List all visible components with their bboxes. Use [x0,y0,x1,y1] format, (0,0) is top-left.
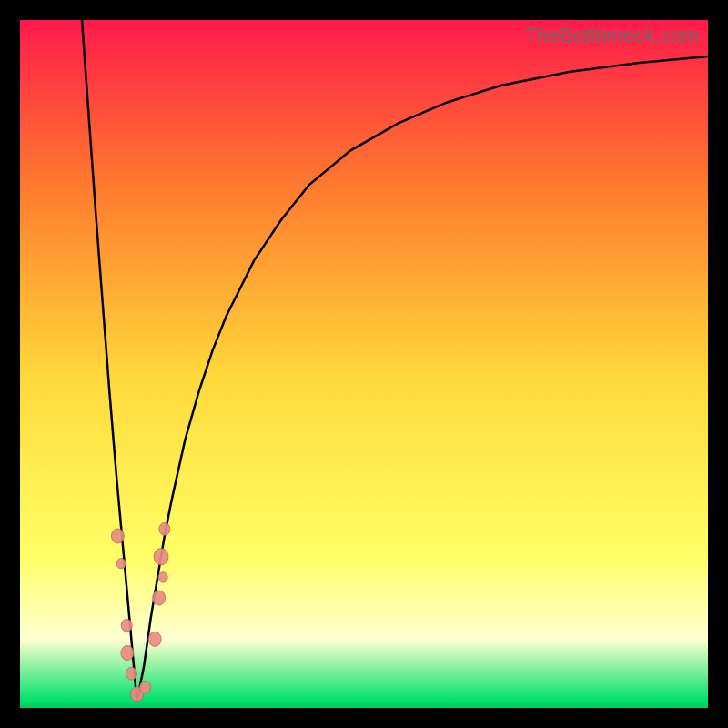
data-marker [153,591,166,605]
data-marker [140,681,151,693]
data-marker [116,558,126,569]
data-marker [159,523,170,536]
plot-area: TheBottleneck.com [20,20,708,708]
chart-frame: TheBottleneck.com [0,0,728,728]
data-marker [148,632,161,646]
data-marker [121,619,132,632]
data-marker [126,667,137,680]
data-marker [111,529,124,543]
data-markers [20,20,708,708]
data-marker [154,549,168,565]
watermark-text: TheBottleneck.com [524,24,699,47]
data-marker [158,572,167,583]
data-marker [121,645,134,660]
